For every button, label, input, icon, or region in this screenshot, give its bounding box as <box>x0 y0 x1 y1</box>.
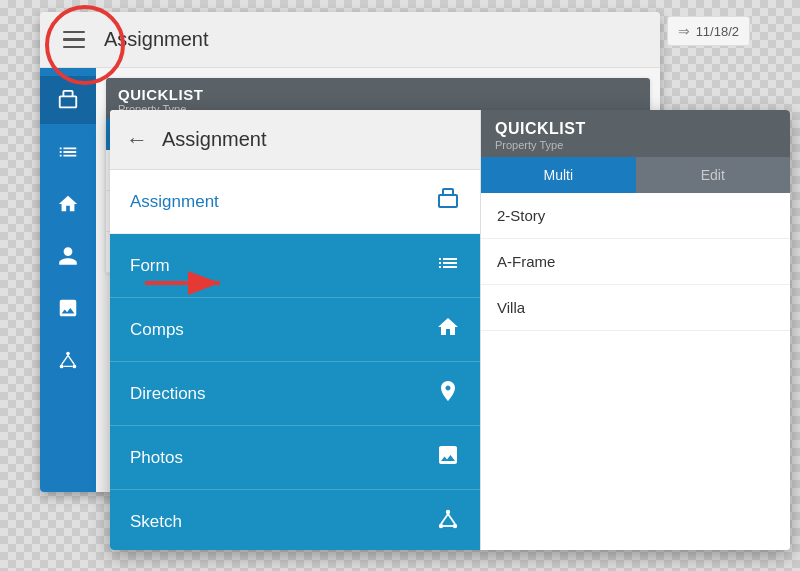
quicklist-tab-multi[interactable]: Multi <box>481 157 636 193</box>
quicklist-panel: QUICKLIST Property Type Multi Edit 2-Sto… <box>480 110 790 550</box>
svg-line-12 <box>448 514 455 524</box>
svg-point-0 <box>66 352 70 356</box>
quicklist-panel-header: QUICKLIST Property Type <box>481 110 790 157</box>
quicklist-panel-tabs: Multi Edit <box>481 157 790 193</box>
sidebar <box>40 68 96 492</box>
sidebar-item-network[interactable] <box>40 336 96 384</box>
menu-item-photos[interactable]: Photos <box>110 426 480 490</box>
svg-point-9 <box>439 524 443 528</box>
menu-header-title: Assignment <box>162 128 267 151</box>
menu-item-assignment-label: Assignment <box>130 192 219 212</box>
sketch-network-icon <box>436 507 460 536</box>
menu-item-comps[interactable]: Comps <box>110 298 480 362</box>
comps-home-icon <box>436 315 460 344</box>
quicklist-panel-item-3[interactable]: Villa <box>481 285 790 331</box>
quicklist-panel-title: QUICKLIST <box>495 120 776 138</box>
briefcase-icon <box>436 187 460 216</box>
sidebar-item-person[interactable] <box>40 232 96 280</box>
quicklist-tab-edit[interactable]: Edit <box>636 157 791 193</box>
menu-header: ← Assignment <box>110 110 480 170</box>
quicklist-panel-item-1[interactable]: 2-Story <box>481 193 790 239</box>
date-badge-text: 11/18/2 <box>696 24 739 39</box>
back-quicklist-title: QUICKLIST <box>118 86 638 103</box>
front-window: ← Assignment Assignment Form <box>110 110 790 550</box>
menu-item-directions[interactable]: Directions <box>110 362 480 426</box>
svg-point-10 <box>453 524 457 528</box>
sidebar-item-image[interactable] <box>40 284 96 332</box>
menu-item-directions-label: Directions <box>130 384 206 404</box>
menu-item-comps-label: Comps <box>130 320 184 340</box>
quicklist-panel-item-2[interactable]: A-Frame <box>481 239 790 285</box>
menu-items-list: Assignment Form Comps <box>110 170 480 550</box>
red-arrow-annotation <box>145 268 235 298</box>
date-badge-arrow-icon: ⇒ <box>678 23 690 39</box>
date-badge: ⇒ 11/18/2 <box>667 16 750 46</box>
sidebar-item-list[interactable] <box>40 128 96 176</box>
directions-pin-icon <box>436 379 460 408</box>
menu-item-assignment[interactable]: Assignment <box>110 170 480 234</box>
svg-point-1 <box>60 365 64 369</box>
menu-item-sketch[interactable]: Sketch <box>110 490 480 550</box>
back-arrow-button[interactable]: ← <box>126 127 148 153</box>
photos-image-icon <box>436 443 460 472</box>
quicklist-panel-subtitle: Property Type <box>495 139 776 151</box>
svg-line-4 <box>68 355 74 364</box>
form-list-icon <box>436 251 460 280</box>
menu-item-sketch-label: Sketch <box>130 512 182 532</box>
back-window-header: Assignment <box>40 12 660 68</box>
svg-point-8 <box>446 510 450 514</box>
red-circle-annotation <box>45 5 125 85</box>
svg-point-2 <box>73 365 77 369</box>
svg-line-3 <box>62 355 68 364</box>
sidebar-item-home[interactable] <box>40 180 96 228</box>
quicklist-panel-items: 2-Story A-Frame Villa <box>481 193 790 550</box>
svg-line-11 <box>441 514 448 524</box>
menu-panel: ← Assignment Assignment Form <box>110 110 480 550</box>
menu-item-photos-label: Photos <box>130 448 183 468</box>
